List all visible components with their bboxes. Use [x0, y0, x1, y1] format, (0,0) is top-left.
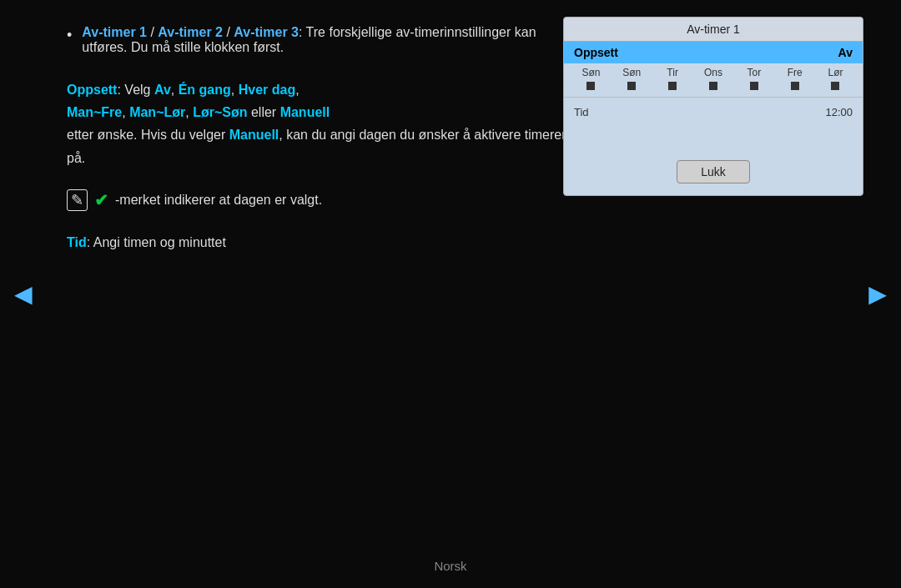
day-son1: Søn: [574, 67, 607, 78]
bullet-dot: •: [67, 27, 72, 44]
oppsett-label: Oppsett: [67, 83, 117, 97]
sep2: /: [223, 25, 234, 39]
dialog-header-value: Av: [838, 46, 853, 59]
bullet-section: • Av-timer 1 / Av-timer 2 / Av-timer 3: …: [67, 25, 584, 55]
day-tir: Tir: [656, 67, 689, 78]
comma3: ,: [295, 83, 299, 97]
av-timer-2-label: Av-timer 2: [158, 25, 223, 39]
dialog-title-bar: Av-timer 1: [564, 18, 863, 42]
oppsett-paragraph: Oppsett: Velg Av, Én gang, Hver dag, Man…: [67, 78, 584, 169]
square-3: [656, 82, 689, 92]
square-7: [818, 82, 852, 92]
dialog-close-button[interactable]: Lukk: [677, 160, 750, 183]
day-tor: Tor: [737, 67, 771, 78]
main-content: • Av-timer 1 / Av-timer 2 / Av-timer 3: …: [67, 25, 584, 538]
tid-label: Tid: [67, 235, 87, 249]
nav-arrow-right[interactable]: ►: [863, 277, 893, 312]
dialog-days-row: Søn Søn Tir Ons Tor Fre Lør: [564, 63, 863, 80]
word-lor-son: Lør~Søn: [193, 105, 247, 119]
day-son2: Søn: [615, 67, 648, 78]
square-5: [737, 82, 771, 92]
square-4: [697, 82, 730, 92]
dialog-close-row: Lukk: [564, 152, 863, 195]
sep1: /: [147, 25, 158, 39]
dialog-title: Av-timer 1: [687, 23, 740, 36]
check-text: -merket indikerer at dagen er valgt.: [115, 193, 322, 208]
day-ons: Ons: [697, 67, 730, 78]
footer-language: Norsk: [434, 559, 466, 573]
tid-paragraph: Tid: Angi timen og minuttet: [67, 231, 584, 254]
av-timer-1-label: Av-timer 1: [82, 25, 147, 39]
eller: eller: [248, 105, 280, 119]
word-man-lor: Man~Lør: [129, 105, 185, 119]
paragraph1-text2: etter ønske. Hvis du velger: [67, 128, 229, 142]
word-en-gang: Én gang: [179, 83, 231, 97]
word-manuell-1: Manuell: [280, 105, 330, 119]
word-hver-dag: Hver dag: [239, 83, 295, 97]
tid-text: : Angi timen og minuttet: [87, 235, 226, 249]
nav-arrow-left[interactable]: ◄: [8, 277, 38, 312]
dialog-spacer: [564, 127, 863, 152]
check-line: ✎ ✔ -merket indikerer at dagen er valgt.: [67, 189, 584, 211]
comma2: ,: [231, 83, 239, 97]
word-manuell-2: Manuell: [229, 128, 279, 142]
comma4: ,: [122, 105, 129, 119]
pencil-icon: ✎: [67, 189, 88, 211]
bullet-text-block: Av-timer 1 / Av-timer 2 / Av-timer 3: Tr…: [82, 25, 584, 55]
dialog-time-row: Tid 12:00: [564, 97, 863, 127]
square-6: [778, 82, 812, 92]
dialog-header-row: Oppsett Av: [564, 42, 863, 63]
av-timer-3-label: Av-timer 3: [234, 25, 299, 39]
day-fre: Fre: [778, 67, 812, 78]
dialog-time-value: 12:00: [825, 106, 853, 118]
day-lor: Lør: [818, 67, 852, 78]
oppsett-colon: : Velg: [117, 83, 154, 97]
word-man-fre: Man~Fre: [67, 105, 122, 119]
dialog-oppsett-label: Oppsett: [574, 46, 618, 59]
dialog-squares-row: [564, 80, 863, 97]
word-av: Av: [154, 83, 171, 97]
footer: Norsk: [0, 559, 901, 573]
square-1: [574, 82, 607, 92]
comma1: ,: [171, 83, 179, 97]
dialog-panel: Av-timer 1 Oppsett Av Søn Søn Tir Ons To…: [563, 17, 863, 196]
check-icon: ✔: [94, 190, 108, 210]
square-2: [615, 82, 648, 92]
bullet-line: • Av-timer 1 / Av-timer 2 / Av-timer 3: …: [67, 25, 584, 55]
comma5: ,: [185, 105, 193, 119]
dialog-time-label: Tid: [574, 106, 589, 118]
